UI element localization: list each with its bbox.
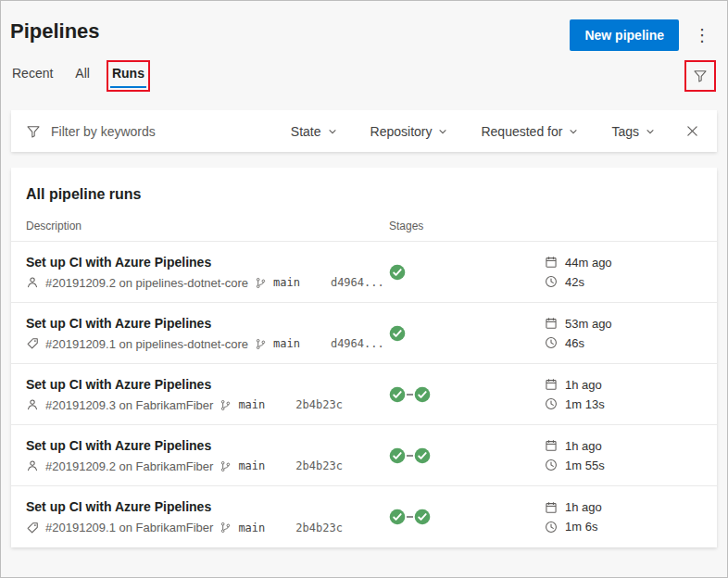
tag-icon (26, 337, 39, 350)
calendar-icon (545, 439, 558, 452)
time-ago: 53m ago (565, 317, 612, 331)
funnel-icon (26, 124, 41, 139)
run-title-link[interactable]: Set up CI with Azure Pipelines (26, 316, 389, 331)
run-duration: 42s (565, 275, 584, 289)
run-number-and-repo: #20191209.1 on FabrikamFiber (45, 521, 213, 534)
run-info-line: #20191209.1 on FabrikamFibermain2b4b23c (26, 521, 389, 534)
branch-name: main (238, 521, 265, 534)
stage-success-icon[interactable] (389, 264, 406, 281)
dropdown-label: Tags (611, 124, 639, 139)
filter-dropdown-requested-for[interactable]: Requested for (481, 124, 578, 139)
branch-name: main (238, 398, 265, 411)
branch-icon (220, 399, 232, 411)
run-title-link[interactable]: Set up CI with Azure Pipelines (26, 499, 389, 514)
run-title-link[interactable]: Set up CI with Azure Pipelines (26, 255, 389, 270)
close-filter-button[interactable] (683, 121, 702, 141)
filter-dropdown-tags[interactable]: Tags (611, 124, 655, 139)
filter-bar: StateRepositoryRequested forTags (11, 110, 717, 152)
table-header-row: Description Stages (11, 220, 717, 242)
run-number-and-repo: #20191209.2 on pipelines-dotnet-core (45, 276, 248, 290)
pipeline-run-row[interactable]: Set up CI with Azure Pipelines#20191209.… (11, 364, 717, 425)
person-icon (26, 459, 39, 472)
filter-toggle-button[interactable] (688, 64, 712, 88)
run-number-and-repo: #20191209.2 on FabrikamFiber (45, 459, 213, 473)
pipeline-run-row[interactable]: Set up CI with Azure Pipelines#20191209.… (11, 425, 717, 486)
branch-name: main (273, 276, 300, 289)
person-icon (26, 276, 39, 289)
pipeline-run-row[interactable]: Set up CI with Azure Pipelines#20191209.… (11, 303, 717, 364)
run-description-cell: Set up CI with Azure Pipelines#20191209.… (26, 316, 389, 351)
header-actions: New pipeline ⋮ (570, 19, 716, 51)
tab-recent[interactable]: Recent (10, 64, 55, 88)
time-cell: 1h ago1m 13s (545, 378, 702, 411)
calendar-icon (545, 501, 558, 514)
runs-list: Set up CI with Azure Pipelines#20191209.… (11, 242, 717, 547)
dropdown-label: State (291, 124, 321, 139)
run-info-line: #20191209.3 on FabrikamFibermain2b4b23c (26, 398, 389, 412)
stage-success-icon[interactable] (414, 447, 431, 464)
time-cell: 1h ago1m 55s (545, 439, 702, 472)
stage-success-icon[interactable] (389, 386, 406, 403)
column-header-stages: Stages (389, 220, 545, 232)
run-description-cell: Set up CI with Azure Pipelines#20191209.… (26, 377, 389, 412)
run-duration: 1m 55s (565, 459, 605, 472)
tab-all[interactable]: All (73, 64, 92, 88)
clock-icon (545, 397, 558, 410)
stages-cell (389, 509, 545, 525)
time-ago: 1h ago (565, 439, 602, 453)
more-options-button[interactable]: ⋮ (688, 19, 716, 51)
filter-dropdowns: StateRepositoryRequested forTags (291, 124, 655, 139)
filter-dropdown-repository[interactable]: Repository (370, 124, 448, 139)
filter-dropdown-state[interactable]: State (291, 124, 337, 139)
run-description-cell: Set up CI with Azure Pipelines#20191209.… (26, 499, 389, 534)
new-pipeline-button[interactable]: New pipeline (570, 19, 679, 51)
stage-success-icon[interactable] (414, 386, 431, 403)
tabs-row: RecentAllRuns (1, 51, 727, 88)
chevron-down-icon (328, 127, 337, 136)
column-header-description: Description (26, 220, 389, 232)
commit-hash: d4964... (331, 276, 384, 289)
time-cell: 53m ago46s (545, 317, 702, 350)
time-cell: 1h ago1m 6s (545, 500, 702, 534)
funnel-icon (693, 69, 708, 83)
stage-success-icon[interactable] (389, 325, 406, 342)
time-ago: 1h ago (565, 378, 602, 392)
run-number-and-repo: #20191209.1 on pipelines-dotnet-core (45, 337, 248, 351)
column-header-time (545, 220, 702, 232)
tab-runs[interactable]: Runs (110, 64, 146, 88)
time-ago: 44m ago (565, 256, 612, 270)
keyword-filter-input[interactable] (51, 124, 264, 139)
run-title-link[interactable]: Set up CI with Azure Pipelines (26, 438, 389, 453)
close-icon (686, 125, 698, 137)
tab-bar: RecentAllRuns (10, 64, 146, 88)
stage-success-icon[interactable] (414, 509, 431, 525)
stages-cell (389, 447, 545, 464)
stage-success-icon[interactable] (389, 447, 406, 464)
time-cell: 44m ago42s (545, 256, 702, 289)
stages-cell (389, 325, 545, 342)
stage-success-icon[interactable] (389, 509, 406, 525)
dropdown-label: Repository (370, 124, 433, 139)
clock-icon (545, 275, 558, 288)
dropdown-label: Requested for (481, 124, 562, 139)
pipeline-run-row[interactable]: Set up CI with Azure Pipelines#20191209.… (11, 242, 717, 303)
pipeline-run-row[interactable]: Set up CI with Azure Pipelines#20191209.… (11, 486, 717, 547)
run-info-line: #20191209.1 on pipelines-dotnet-coremain… (26, 337, 389, 351)
run-description-cell: Set up CI with Azure Pipelines#20191209.… (26, 438, 389, 473)
run-info-line: #20191209.2 on pipelines-dotnet-coremain… (26, 276, 389, 290)
page-header: Pipelines New pipeline ⋮ (1, 1, 727, 51)
clock-icon (545, 521, 558, 534)
commit-hash: 2b4b23c (295, 521, 343, 534)
branch-icon (255, 338, 267, 350)
chevron-down-icon (646, 127, 655, 136)
branch-name: main (273, 337, 300, 350)
run-duration: 1m 6s (565, 520, 597, 534)
commit-hash: d4964... (331, 337, 384, 350)
run-info-line: #20191209.2 on FabrikamFibermain2b4b23c (26, 459, 389, 473)
run-title-link[interactable]: Set up CI with Azure Pipelines (26, 377, 389, 392)
stages-cell (389, 386, 545, 403)
kebab-icon: ⋮ (694, 26, 710, 44)
chevron-down-icon (569, 127, 578, 136)
keyword-filter (26, 124, 291, 139)
stage-connector (407, 516, 413, 518)
